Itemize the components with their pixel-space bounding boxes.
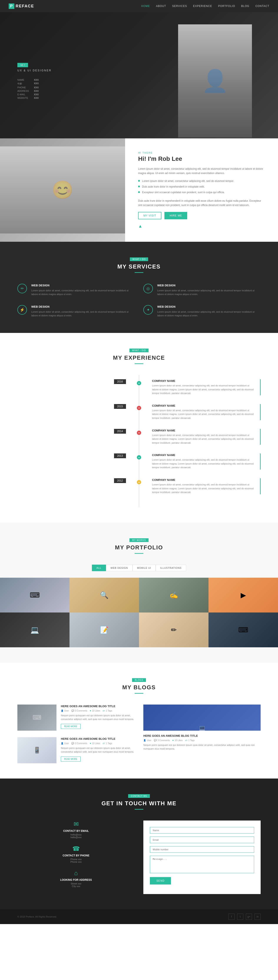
footer-social: f t g+ in [229,914,261,920]
nav-blog[interactable]: BLOG [241,5,250,8]
linkedin-icon[interactable]: in [254,914,261,920]
timeline-right-1: COMPANY NAME Lorem ipsum dolor sit amet,… [139,379,261,395]
contact-title: GET IN TOUCH WITH ME [17,800,261,807]
filter-mobileui[interactable]: MOBILE UI [133,565,156,571]
timeline-right-3: COMPANY NAME Lorem ipsum dolor sit amet,… [139,429,261,445]
portfolio-item-3[interactable]: ✍ [139,578,208,612]
nav-contact[interactable]: CONTACT [256,5,269,8]
services-title: MY SERVICES [17,263,261,270]
read-more-2[interactable]: Read More [61,757,81,762]
portfolio-img-5: 💻 [0,612,70,648]
blog-item-2: 📱 HERE GOES AN AWESOME BLOG TITLE 👤 User… [17,737,135,763]
submit-button[interactable]: Send [150,877,171,885]
hero-badge: Hi ! [17,63,28,67]
contact-info: ✉ Contact By Email hello@xxx hello@xxx ☎… [17,821,135,894]
phone-input[interactable] [150,846,254,853]
navbar: P REFACE HOME ABOUT SERVICES EXPERIENCE … [0,0,278,12]
name-input[interactable] [150,827,254,834]
logo-text: REFACE [16,4,34,8]
services-header: WHAT I DO MY SERVICES [17,257,261,273]
blog-likes-3: ♥ 10 Likes [172,739,183,741]
nav-home[interactable]: HOME [141,5,150,8]
message-input[interactable] [150,856,254,873]
blog-content-2: HERE GOES AN AWESOME BLOG TITLE 👤 User 💬… [61,737,135,762]
filter-all[interactable]: ALL [92,565,106,571]
timeline-dot-1: ● [137,381,141,385]
timeline-company-3: COMPANY NAME [152,429,256,432]
user-icon: 👤 [61,710,63,712]
portfolio-item-2[interactable]: 🔍 [70,578,139,612]
blog-comments-3: 💬 3 Comments [154,739,170,741]
footer-copyright: © 2016 Preface. All Rights Reserved. [17,915,57,918]
hero-info-phone: PHONE XXX [17,86,52,89]
contact-address-label: Looking For Address [60,878,92,881]
comments-icon-2: 💬 [71,742,74,745]
facebook-icon[interactable]: f [229,914,235,920]
timeline-desc-1: Lorem ipsum dolor sit amet, consectetur … [152,384,256,395]
portfolio-badge: MY WORKS [130,538,148,542]
timeline-dot-2: ● [137,406,141,410]
contact-email-val2: hello@xxx [71,836,82,838]
timeline-border-2: COMPANY NAME Lorem ipsum dolor sit amet,… [152,404,261,420]
hero-photo: 👤 [178,24,252,137]
filter-webdesign[interactable]: WEB DESIGN [106,565,133,571]
list-item: Lorem ipsum dolor sit amet, consectetur … [138,179,265,183]
nav-links: HOME ABOUT SERVICES EXPERIENCE PORTFOLIO… [141,5,269,8]
experience-section: WHAT I DID MY EXPERIENCE 2016 ● COMPANY … [0,333,278,523]
blog-tags-2: 🏷 1 Tags [103,742,112,745]
hire-button[interactable]: Hire Me [164,212,187,220]
timeline-item-1: 2016 ● COMPANY NAME Lorem ipsum dolor si… [17,379,261,395]
scroll-up-arrow[interactable]: ▲ [138,224,265,229]
user-icon-3: 👤 [143,739,146,741]
service-title-4: WEB DESIGN [157,305,261,308]
portfolio-item-4[interactable]: ▶ [208,578,278,612]
contact-address-val2: City xxx [72,885,81,888]
timeline-right-5: COMPANY NAME Lorem ipsum dolor sit amet,… [139,478,261,494]
service-text-1: WEB DESIGN Lorem ipsum dolor sit amet, c… [31,284,135,296]
service-text-4: WEB DESIGN Lorem ipsum dolor sit amet, c… [157,305,261,318]
likes-icon-3: ♥ [172,739,174,741]
nav-services[interactable]: SERVICES [172,5,187,8]
timeline-year-2: 2015 [114,404,126,409]
contact-email-val1: hello@xxx [71,834,82,836]
portfolio-img-4: ▶ [208,578,278,612]
service-title-2: WEB DESIGN [157,284,261,287]
blog-excerpt-3: Nequm porro quisquam est qui dolorem ips… [143,743,261,751]
hero-info-address: ADDRESS XXX [17,90,52,92]
blog-likes-1: ♥ 10 Likes [90,710,100,712]
nav-experience[interactable]: EXPERIENCE [193,5,212,8]
email-input[interactable] [150,837,254,843]
blog-img-3: 💻 [143,705,261,731]
blog-likes-2: ♥ 10 Likes [90,742,100,745]
filter-illustrations[interactable]: ILLUSTRATIONS [156,565,186,571]
timeline-left-5: 2012 [17,478,139,483]
portfolio-item-5[interactable]: 💻 [0,612,70,648]
read-more-1[interactable]: Read More [61,724,81,729]
portfolio-item-8[interactable]: ⌨ [208,612,278,648]
nav-portfolio[interactable]: PORTFOLIO [218,5,235,8]
site-logo[interactable]: P REFACE [9,3,34,9]
hero-person-image: 👤 [178,24,252,137]
blog-excerpt-2: Nequm porro quisquam est qui dolorem ips… [61,746,135,754]
portfolio-inner: MY WORKS MY PORTFOLIO ALL WEB DESIGN MOB… [0,538,278,571]
blog-meta-1: 👤 User 💬 3 Comments ♥ 10 Likes 🏷 [61,710,135,712]
blog-author-1: 👤 User [61,710,69,712]
blog-tags-1: 🏷 1 Tags [103,710,112,712]
portfolio-item-6[interactable]: 📝 [70,612,139,648]
blog-author-2: 👤 User [61,742,69,745]
portfolio-item-1[interactable]: ⌨ [0,578,70,612]
about-person-image: 😊 [0,146,125,234]
portfolio-grid: ⌨ 🔍 ✍ ▶ 💻 📝 ✏ ⌨ [0,578,278,648]
portfolio-img-2: 🔍 [70,578,139,612]
nav-about[interactable]: ABOUT [156,5,166,8]
visit-button[interactable]: My Visit [138,212,161,220]
about-section: 😊 HI THERE Hi! I'm Rob Lee Lorem ipsum d… [0,138,278,242]
about-desc-1: Lorem ipsum dolor sit amet, consectetur … [138,167,265,176]
likes-icon: ♥ [90,710,91,712]
services-section: WHAT I DO MY SERVICES ✏ WEB DESIGN Lorem… [0,242,278,333]
portfolio-item-7[interactable]: ✏ [139,612,208,648]
likes-icon-2: ♥ [90,742,91,745]
tags-icon: 🏷 [103,710,105,712]
twitter-icon[interactable]: t [237,914,243,920]
googleplus-icon[interactable]: g+ [246,914,252,920]
